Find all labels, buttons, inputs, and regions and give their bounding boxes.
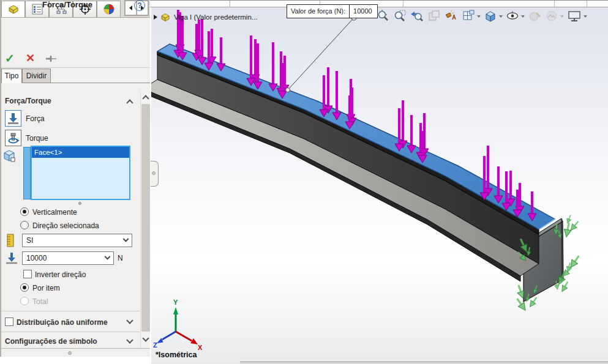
panel-footer-grip[interactable] [68,351,72,355]
expand-tree-icon[interactable] [154,15,157,20]
dropdown-caret-icon[interactable] [477,15,481,18]
force-label: Força [26,114,45,123]
torque-label: Torque [26,134,48,143]
zoom-area-icon [393,9,407,23]
dropdown-caret-icon[interactable] [499,15,503,18]
force-value: 10000 [26,254,47,262]
unit-ruler-icon [6,234,15,250]
model-view[interactable]: Y X Z [151,7,608,364]
callout-label: Valor de força (N): [287,5,349,18]
force-unit-label: N [118,254,123,262]
selection-listbox[interactable]: Face<1> [31,146,130,200]
view-settings-button[interactable] [566,9,588,24]
dropdown-caret-icon[interactable] [584,15,587,18]
section-view-icon [427,9,441,23]
chevron-down-icon [105,253,111,259]
invert-direction-checkbox[interactable] [23,270,32,278]
previous-view-icon [410,9,424,23]
callout-leader [286,15,357,92]
monitor-icon [567,9,582,23]
view-orientation-label: *Isométrica [156,351,197,359]
pin-button[interactable] [45,54,58,65]
view-orientation-icon [462,9,476,23]
dynamic-annotation-button[interactable] [444,9,459,24]
edit-appearance-button [527,9,542,24]
radio-selected-direction[interactable] [20,221,29,229]
property-manager-panel: Força/Torque ? ✓ ✕ Tipo Dividir Força/To… [0,0,150,357]
view-orientation-button[interactable] [461,9,481,24]
unit-system-select[interactable]: SI [22,234,132,247]
dropdown-caret-icon[interactable] [521,15,525,18]
expand-symbol-settings-icon[interactable] [126,336,133,343]
previous-view-button[interactable] [410,9,425,24]
panel-scrollbar[interactable] [140,92,150,348]
nonuniform-checkbox[interactable] [5,318,13,326]
tab-tipo[interactable]: Tipo [1,69,22,83]
scrollbar-thumb[interactable] [141,104,150,332]
cancel-button[interactable]: ✕ [26,51,35,65]
zoom-fit-icon [376,9,390,23]
orientation-triad: Y X Z [153,299,203,351]
force-icon [7,112,20,125]
force-value-icon [5,251,18,267]
scene-icon [545,9,559,23]
splitter-grip [152,171,156,175]
part-icon [160,12,171,22]
face-selection-icon [2,148,17,165]
ok-button[interactable]: ✓ [5,51,15,65]
radio-per-item[interactable] [20,283,29,292]
expand-nonuniform-icon[interactable] [126,317,133,324]
selection-active-bar[interactable] [23,147,31,199]
eye-icon [506,9,520,23]
triad-x-label: X [198,344,203,351]
torque-icon [7,132,20,144]
display-style-button[interactable] [483,9,503,24]
apply-scene-button [544,9,565,24]
zoom-to-area-button[interactable] [392,9,408,24]
group-header-force-torque[interactable]: Força/Torque [5,97,51,105]
invert-direction-label: Inverter direção [35,270,86,279]
group-header-symbol-settings[interactable]: Configurações de símbolo [5,337,97,346]
radio-vertical-label: Verticalmente [32,208,77,217]
display-style-icon [484,9,498,23]
torque-button[interactable] [5,130,21,146]
radio-per-item-label: Por item [32,284,60,292]
panel-splitter-handle[interactable] [151,161,159,187]
pin-icon [45,55,58,62]
scroll-up-icon[interactable] [142,95,149,102]
selected-face-item[interactable]: Face<1> [32,147,129,158]
appearance-icon [528,9,542,23]
radio-selected-direction-label: Direção selecionada [32,221,99,230]
chevron-down-icon [123,236,129,242]
hide-show-items-button[interactable] [505,9,525,24]
headsup-toolbar [375,9,588,24]
triad-z-label: Z [153,341,157,349]
tab-dividir[interactable]: Dividir [22,69,51,83]
zoom-to-fit-button[interactable] [375,9,391,24]
panel-divider[interactable] [0,0,1,357]
section-view-button[interactable] [427,9,442,24]
flyout-feature-tree[interactable]: Viga I (Valor predetermin... [154,12,257,22]
listbox-resize-grip[interactable] [78,202,81,205]
force-value-combo[interactable]: 10000 [22,251,114,265]
radio-total-label: Total [32,297,48,306]
group-header-nonuniform[interactable]: Distribuição não uniforme [17,318,108,327]
force-button[interactable] [5,110,21,127]
annotation-flashlight-icon [445,9,459,23]
i-beam[interactable] [151,44,555,281]
collapse-group-icon[interactable] [126,99,133,106]
radio-total [20,297,29,305]
help-icon[interactable]: ? [134,0,145,11]
radio-vertical[interactable] [20,207,29,216]
flyout-part-label[interactable]: Viga I (Valor predetermin... [174,13,257,21]
force-value-callout[interactable]: Valor de força (N): 10000 [287,4,378,18]
graphics-viewport[interactable]: Y X Z Viga I (Valor predetermin... Valor… [151,7,608,364]
scroll-down-icon[interactable] [142,335,149,341]
panel-title: Força/Torque [0,0,135,9]
callout-value-field[interactable]: 10000 [349,5,377,18]
statusbar-edge [240,362,608,364]
triad-y-label: Y [173,299,178,306]
dropdown-caret-icon [560,15,564,18]
unit-system-value: SI [26,236,33,245]
